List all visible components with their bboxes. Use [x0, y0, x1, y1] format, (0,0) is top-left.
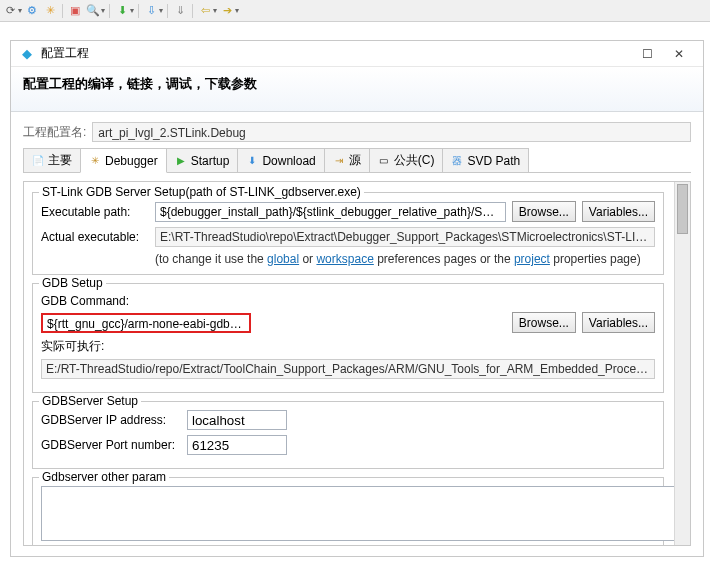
config-name-row: 工程配置名: art_pi_lvgl_2.STLink.Debug — [23, 122, 691, 142]
hint-text: preferences pages or the — [374, 252, 514, 266]
variables-button[interactable]: Variables... — [582, 312, 655, 333]
dialog-header-text: 配置工程的编译，链接，调试，下载参数 — [23, 75, 691, 93]
hint-text: (to change it use the — [155, 252, 267, 266]
back-icon[interactable]: ⇦ — [197, 3, 213, 19]
source-icon: ⇥ — [333, 155, 345, 167]
stop-icon[interactable]: ▣ — [67, 3, 83, 19]
gdbserver-legend: GDBServer Setup — [39, 394, 141, 408]
dialog-title: 配置工程 — [41, 45, 89, 62]
port-label: GDBServer Port number: — [41, 438, 181, 452]
gdb-actual-label: 实际可执行: — [41, 338, 655, 355]
other-param-legend: Gdbserver other param — [39, 470, 169, 484]
other-param-textarea[interactable] — [41, 486, 686, 541]
play-icon: ▶ — [175, 155, 187, 167]
download2-icon[interactable]: ⇩ — [143, 3, 159, 19]
config-dialog: ◆ 配置工程 ☐ ✕ 配置工程的编译，链接，调试，下载参数 工程配置名: art… — [10, 40, 704, 557]
dropdown-icon[interactable]: ▾ — [18, 6, 22, 15]
gdb-cmd-input[interactable]: ${rtt_gnu_gcc}/arm-none-eabi-gdb.exe — [41, 313, 251, 333]
svd-icon: 器 — [451, 155, 463, 167]
stlink-group: ST-Link GDB Server Setup(path of ST-LINK… — [32, 192, 664, 275]
search-icon[interactable]: 🔍 — [85, 3, 101, 19]
maximize-button[interactable]: ☐ — [631, 44, 663, 64]
download-icon[interactable]: ⬇ — [114, 3, 130, 19]
tab-startup[interactable]: ▶Startup — [166, 148, 239, 172]
gear-icon[interactable]: ⚙ — [24, 3, 40, 19]
bug-icon: ✳ — [89, 155, 101, 167]
gdbserver-group: GDBServer Setup GDBServer IP address: GD… — [32, 401, 664, 469]
variables-button[interactable]: Variables... — [582, 201, 655, 222]
ip-input[interactable] — [187, 410, 287, 430]
stlink-hint: (to change it use the global or workspac… — [41, 252, 655, 266]
tab-common[interactable]: ▭公共(C) — [369, 148, 444, 172]
actual-exec-label: Actual executable: — [41, 230, 149, 244]
scrollbar-thumb[interactable] — [677, 184, 688, 234]
app-icon: ◆ — [19, 46, 35, 62]
run-icon[interactable]: ⟳ — [2, 3, 18, 19]
workspace-link[interactable]: workspace — [316, 252, 373, 266]
exec-path-input[interactable]: ${debugger_install_path}/${stlink_debugg… — [155, 202, 506, 222]
tab-content: ST-Link GDB Server Setup(path of ST-LINK… — [23, 181, 691, 546]
download3-icon[interactable]: ⇓ — [172, 3, 188, 19]
gdb-cmd-label: GDB Command: — [41, 294, 655, 308]
browse-button[interactable]: Browse... — [512, 201, 576, 222]
dialog-titlebar: ◆ 配置工程 ☐ ✕ — [11, 41, 703, 67]
ip-label: GDBServer IP address: — [41, 413, 181, 427]
browse-button[interactable]: Browse... — [512, 312, 576, 333]
dialog-header: 配置工程的编译，链接，调试，下载参数 — [11, 67, 703, 112]
tab-label: Startup — [191, 154, 230, 168]
vertical-scrollbar[interactable] — [674, 182, 690, 545]
tab-download[interactable]: ⬇Download — [237, 148, 324, 172]
gdb-group: GDB Setup GDB Command: ${rtt_gnu_gcc}/ar… — [32, 283, 664, 393]
exec-path-label: Executable path: — [41, 205, 149, 219]
gdb-actual-value: E:/RT-ThreadStudio/repo/Extract/ToolChai… — [41, 359, 655, 379]
other-param-group: Gdbserver other param — [32, 477, 664, 546]
bug-icon[interactable]: ✳ — [42, 3, 58, 19]
dropdown-icon[interactable]: ▾ — [159, 6, 163, 15]
dropdown-icon[interactable]: ▾ — [213, 6, 217, 15]
tab-label: 源 — [349, 152, 361, 169]
tab-debugger[interactable]: ✳Debugger — [80, 148, 167, 173]
doc-icon: 📄 — [32, 155, 44, 167]
tab-svd[interactable]: 器SVD Path — [442, 148, 529, 172]
dropdown-icon[interactable]: ▾ — [101, 6, 105, 15]
tab-label: Download — [262, 154, 315, 168]
close-button[interactable]: ✕ — [663, 44, 695, 64]
config-name-field: art_pi_lvgl_2.STLink.Debug — [92, 122, 691, 142]
config-name-label: 工程配置名: — [23, 124, 86, 141]
hint-text: or — [299, 252, 316, 266]
tab-label: SVD Path — [467, 154, 520, 168]
tab-main[interactable]: 📄主要 — [23, 148, 81, 172]
dropdown-icon[interactable]: ▾ — [130, 6, 134, 15]
tab-source[interactable]: ⇥源 — [324, 148, 370, 172]
download-icon: ⬇ — [246, 155, 258, 167]
common-icon: ▭ — [378, 155, 390, 167]
gdb-legend: GDB Setup — [39, 276, 106, 290]
actual-exec-value: E:\RT-ThreadStudio\repo\Extract\Debugger… — [155, 227, 655, 247]
port-input[interactable] — [187, 435, 287, 455]
project-link[interactable]: project — [514, 252, 550, 266]
forward-icon[interactable]: ➔ — [219, 3, 235, 19]
hint-text: properties page) — [550, 252, 641, 266]
global-link[interactable]: global — [267, 252, 299, 266]
dropdown-icon[interactable]: ▾ — [235, 6, 239, 15]
tab-label: Debugger — [105, 154, 158, 168]
tab-label: 主要 — [48, 152, 72, 169]
ide-toolbar: ⟳▾ ⚙ ✳ ▣ 🔍▾ ⬇▾ ⇩▾ ⇓ ⇦▾ ➔▾ — [0, 0, 710, 22]
tab-label: 公共(C) — [394, 152, 435, 169]
stlink-legend: ST-Link GDB Server Setup(path of ST-LINK… — [39, 185, 364, 199]
tab-bar: 📄主要 ✳Debugger ▶Startup ⬇Download ⇥源 ▭公共(… — [23, 148, 691, 173]
